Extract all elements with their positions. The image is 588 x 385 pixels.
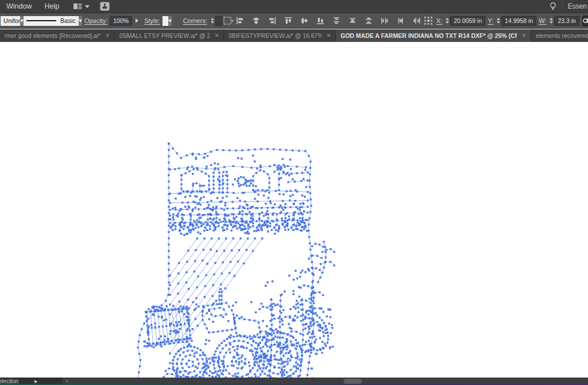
stroke-style-dropdown-button[interactable] xyxy=(79,16,82,26)
style-label[interactable]: Style: xyxy=(144,17,160,24)
y-label[interactable]: Y: xyxy=(488,17,493,24)
tab-label: elements recovered.ai xyxy=(536,32,588,39)
tab-close-button[interactable]: × xyxy=(327,32,331,40)
x-spinner[interactable] xyxy=(446,18,449,24)
select-similar-icon[interactable] xyxy=(223,15,234,26)
menubar: Window Help xyxy=(0,0,588,13)
tab-label: made a farmer good elements [Recovered].… xyxy=(5,32,100,39)
tab-close-button[interactable]: × xyxy=(215,32,219,40)
menu-window[interactable]: Window xyxy=(0,0,38,13)
stroke-style-label: Basic xyxy=(60,17,76,24)
stroke-preview xyxy=(26,20,56,22)
align-horizontal-center-icon[interactable] xyxy=(252,15,261,26)
reference-point-icon[interactable] xyxy=(424,15,433,26)
discover-lightbulb-icon[interactable] xyxy=(549,2,557,11)
distribute-right-icon[interactable] xyxy=(413,15,421,26)
style-dropdown-button[interactable] xyxy=(168,16,172,26)
document-tab-2[interactable]: 0BIFESTYPREVIEW.ai* @ 16.67% (RGB/...× xyxy=(224,29,336,42)
distribute-horizontal-center-icon[interactable] xyxy=(397,15,405,26)
workspace-switcher-icon[interactable] xyxy=(74,2,90,10)
canvas[interactable] xyxy=(0,42,588,378)
document-tabbar: made a farmer good elements [Recovered].… xyxy=(0,29,588,42)
status-menu-arrow-icon[interactable]: ▶ xyxy=(34,379,37,384)
opacity-field[interactable]: 100% xyxy=(110,16,132,26)
corners-spinner[interactable] xyxy=(211,18,214,24)
corners-field[interactable] xyxy=(215,16,222,26)
document-tab-3[interactable]: GOD MADE A FARMER INDIANA NO TXT R14 DXF… xyxy=(336,29,531,42)
document-tab-0[interactable]: made a farmer good elements [Recovered].… xyxy=(0,29,115,42)
tab-close-button[interactable]: × xyxy=(522,32,526,40)
tab-close-button[interactable]: × xyxy=(106,32,110,40)
illustrator-window: Window Help xyxy=(0,0,588,385)
distribute-left-icon[interactable] xyxy=(381,15,389,26)
chevron-down-icon xyxy=(85,5,90,8)
control-bar: Uniform Basic Opacity: 100% Style: Corne… xyxy=(0,13,588,29)
distribute-top-icon[interactable] xyxy=(332,15,341,26)
tab-label: GOD MADE A FARMER INDIANA NO TXT R14 DXF… xyxy=(341,32,517,39)
opacity-label[interactable]: Opacity: xyxy=(84,17,107,24)
y-field[interactable]: 14.9958 in xyxy=(501,16,536,26)
tab-label: 0BIFESTYPREVIEW.ai* @ 16.67% (RGB/... xyxy=(229,32,322,39)
w-field[interactable]: 23.3 in xyxy=(554,16,579,26)
y-spinner[interactable] xyxy=(497,18,500,24)
style-swatch[interactable] xyxy=(163,16,168,26)
menu-help[interactable]: Help xyxy=(38,0,65,13)
constrain-proportions-link-icon[interactable] xyxy=(582,16,588,26)
align-top-icon[interactable] xyxy=(284,15,293,26)
document-tab-1[interactable]: 0SMALL ETSY PREVIEW.ai* @ 25% (RG...× xyxy=(115,29,224,42)
w-label[interactable]: W: xyxy=(539,17,546,24)
x-label[interactable]: X: xyxy=(436,17,442,24)
align-vertical-center-icon[interactable] xyxy=(300,15,309,26)
w-spinner[interactable] xyxy=(550,18,553,24)
variable-width-select[interactable]: Uniform xyxy=(1,16,20,26)
distribute-vertical-center-icon[interactable] xyxy=(349,15,357,26)
opacity-popup-arrow-icon[interactable] xyxy=(136,18,138,23)
workspace-name[interactable]: Essen xyxy=(568,2,587,10)
stroke-style-select[interactable]: Basic xyxy=(24,16,79,26)
distribute-bottom-icon[interactable] xyxy=(365,15,373,26)
horizontal-scrollbar-thumb[interactable] xyxy=(343,379,362,384)
align-right-icon[interactable] xyxy=(268,15,277,26)
align-left-icon[interactable] xyxy=(236,15,245,26)
document-tab-4[interactable]: elements recovered.ai xyxy=(531,29,588,42)
separator xyxy=(562,2,563,10)
touch-workspace-icon[interactable] xyxy=(100,2,110,11)
artwork-selection[interactable] xyxy=(136,138,336,378)
tab-label: 0SMALL ETSY PREVIEW.ai* @ 25% (RG... xyxy=(119,32,210,39)
corners-label[interactable]: Corners: xyxy=(183,17,207,24)
align-bottom-icon[interactable] xyxy=(316,15,325,26)
x-field[interactable]: 20.0059 in xyxy=(450,16,485,26)
